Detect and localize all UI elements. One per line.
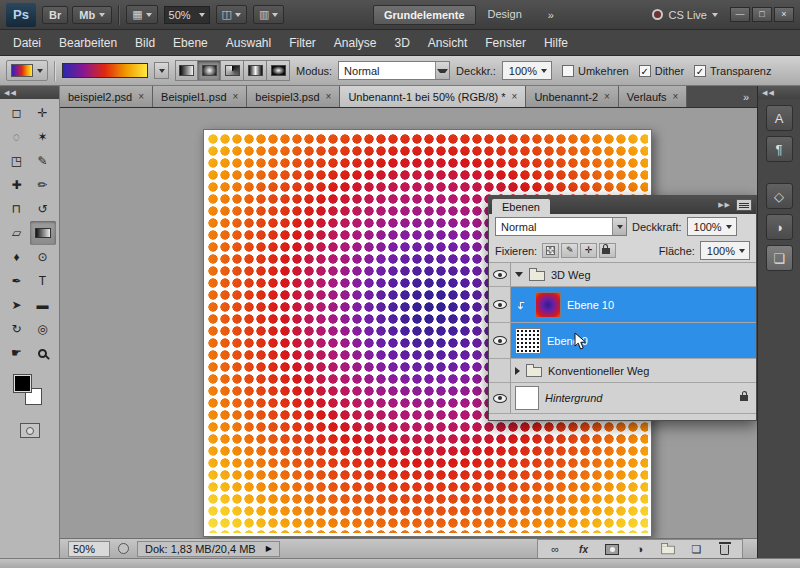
layer-row-ebene-10[interactable]: ↴Ebene 10: [489, 287, 756, 323]
layers-panel-tab[interactable]: Ebenen: [492, 199, 550, 214]
panel-menu-icon[interactable]: [736, 199, 752, 211]
menu-bild[interactable]: Bild: [126, 32, 164, 54]
menu-filter[interactable]: Filter: [280, 32, 325, 54]
visibility-toggle[interactable]: [489, 359, 511, 382]
close-tab-icon[interactable]: ×: [138, 91, 144, 102]
layer-opacity-input[interactable]: 100%: [687, 217, 737, 236]
reflected-gradient-button[interactable]: [244, 60, 267, 81]
3d-panel-button[interactable]: ◇: [766, 183, 793, 209]
disclosure-closed-icon[interactable]: [515, 367, 520, 375]
dropdown-arrow-button[interactable]: [612, 218, 626, 235]
lock-position-button[interactable]: ✛: [580, 243, 597, 258]
menu-auswahl[interactable]: Auswahl: [217, 32, 280, 54]
visibility-toggle[interactable]: [489, 323, 511, 358]
foreground-color-swatch[interactable]: [14, 375, 31, 392]
3d-rotate-tool[interactable]: ↻: [4, 317, 30, 341]
hand-tool[interactable]: ☛: [4, 341, 30, 365]
new-group-button[interactable]: [657, 541, 679, 557]
document-tab-beispiel1-psd[interactable]: Beispiel1.psd×: [153, 86, 247, 107]
zoom-level-input[interactable]: 50%: [164, 6, 210, 24]
panel-collapse-icon[interactable]: ▶▶: [718, 201, 731, 209]
visibility-toggle[interactable]: [489, 287, 511, 322]
linear-gradient-button[interactable]: [175, 60, 198, 81]
menu-fenster[interactable]: Fenster: [476, 32, 535, 54]
dodge-tool[interactable]: ⊙: [30, 245, 56, 269]
menu-ansicht[interactable]: Ansicht: [419, 32, 476, 54]
close-button[interactable]: ×: [774, 7, 794, 22]
close-tab-icon[interactable]: ×: [604, 91, 610, 102]
3d-orbit-tool[interactable]: ◎: [30, 317, 56, 341]
zoom-tool[interactable]: [30, 341, 56, 365]
layer-thumbnail[interactable]: [515, 386, 539, 410]
gradient-preview[interactable]: [62, 63, 148, 78]
status-zoom-input[interactable]: 50%: [68, 541, 110, 557]
quick-selection-tool[interactable]: ✶: [30, 125, 56, 149]
visibility-toggle[interactable]: [489, 263, 511, 286]
close-tab-icon[interactable]: ×: [233, 91, 239, 102]
menu-hilfe[interactable]: Hilfe: [535, 32, 577, 54]
healing-brush-tool[interactable]: ✚: [4, 173, 30, 197]
angle-gradient-button[interactable]: [221, 60, 244, 81]
move-tool[interactable]: ✛: [30, 101, 56, 125]
visibility-toggle[interactable]: [489, 383, 511, 413]
gradient-picker-arrow[interactable]: [154, 62, 169, 79]
blend-mode-select[interactable]: Normal: [338, 61, 450, 80]
type-tool[interactable]: T: [30, 269, 56, 293]
layer-row-3d-weg[interactable]: 3D Weg: [489, 263, 756, 287]
restore-button[interactable]: □: [752, 7, 772, 22]
masks-panel-button[interactable]: ◑: [766, 214, 793, 240]
lock-all-button[interactable]: [599, 243, 616, 258]
document-tab-beispiel2-psd[interactable]: beispiel2.psd×: [60, 86, 153, 107]
radial-gradient-button[interactable]: [198, 60, 221, 81]
checkbox-umkehren[interactable]: Umkehren: [562, 65, 629, 77]
document-tab-unbenannt-1-bei-50-rgb-8-[interactable]: Unbenannt-1 bei 50% (RGB/8) *×: [340, 86, 526, 107]
eraser-tool[interactable]: ▱: [4, 221, 30, 245]
disclosure-open-icon[interactable]: [515, 272, 523, 277]
checkbox-transparenz[interactable]: ✓Transparenz: [694, 65, 771, 77]
canvas-area[interactable]: Ebenen ▶▶ Normal Deckkraft: 100% Fixiere…: [60, 108, 757, 538]
menu-bearbeiten[interactable]: Bearbeiten: [50, 32, 126, 54]
lasso-tool[interactable]: ◌: [4, 125, 30, 149]
quick-mask-button[interactable]: [20, 423, 40, 438]
rectangular-marquee-tool[interactable]: ◻: [4, 101, 30, 125]
pen-tool[interactable]: ✒: [4, 269, 30, 293]
layer-thumbnail[interactable]: [515, 328, 541, 354]
eyedropper-tool[interactable]: ✎: [30, 149, 56, 173]
workspace-grundelemente[interactable]: Grundelemente: [373, 5, 476, 25]
minimize-button[interactable]: —: [730, 7, 750, 22]
workspace-design[interactable]: Design: [478, 5, 532, 25]
bridge-button[interactable]: Br: [42, 6, 68, 24]
link-layers-button[interactable]: ∞: [544, 541, 566, 557]
close-tab-icon[interactable]: ×: [673, 91, 679, 102]
screen-mode-button[interactable]: ▥: [253, 5, 284, 24]
layer-row-konventioneller-weg[interactable]: Konventioneller Weg: [489, 359, 756, 383]
layer-fill-input[interactable]: 100%: [700, 241, 750, 260]
document-tab-unbenannt-2[interactable]: Unbenannt-2×: [526, 86, 618, 107]
lock-image-pixels-button[interactable]: ✎: [561, 243, 578, 258]
arrange-documents-button[interactable]: ◫: [216, 5, 247, 24]
adjustment-layer-button[interactable]: ◑: [629, 541, 651, 557]
close-tab-icon[interactable]: ×: [512, 91, 518, 102]
checkbox-dither[interactable]: ✓Dither: [639, 65, 684, 77]
delete-layer-button[interactable]: [714, 541, 736, 557]
blur-tool[interactable]: ♦: [4, 245, 30, 269]
layer-style-button[interactable]: fx: [573, 541, 595, 557]
paragraph-panel-button[interactable]: ¶: [766, 136, 793, 162]
menu-datei[interactable]: Datei: [4, 32, 50, 54]
crop-tool[interactable]: ◳: [4, 149, 30, 173]
layer-row-ebene-9[interactable]: Ebene 9: [489, 323, 756, 359]
menu-ebene[interactable]: Ebene: [164, 32, 217, 54]
status-menu-arrow[interactable]: ▶: [266, 544, 272, 553]
layer-thumbnail[interactable]: [535, 292, 561, 318]
history-brush-tool[interactable]: ↺: [30, 197, 56, 221]
panel-dock-collapse-button[interactable]: ◀◀: [758, 86, 800, 99]
layers-panel-button[interactable]: ❏: [766, 245, 793, 271]
view-extras-button[interactable]: ▦: [126, 5, 157, 24]
menu-3d[interactable]: 3D: [386, 32, 419, 54]
gradient-tool[interactable]: [30, 221, 56, 245]
diamond-gradient-button[interactable]: [267, 60, 290, 81]
path-selection-tool[interactable]: ➤: [4, 293, 30, 317]
brush-tool[interactable]: ✏: [30, 173, 56, 197]
tool-preset-picker[interactable]: [6, 60, 48, 81]
close-tab-icon[interactable]: ×: [326, 91, 332, 102]
